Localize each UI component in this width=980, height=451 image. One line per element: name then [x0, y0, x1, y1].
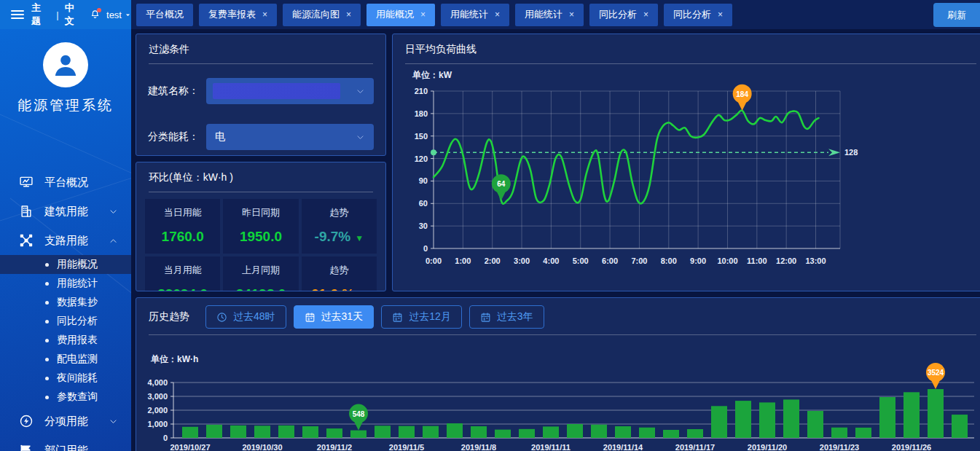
- sidebar-subitem-param-query[interactable]: 参数查询: [0, 388, 131, 407]
- bar-2019/11/13: [591, 425, 607, 438]
- tab-energy-flow[interactable]: 能源流向图×: [283, 4, 361, 26]
- theme-link[interactable]: 主题: [31, 1, 50, 28]
- history-range-button-last-48h[interactable]: 过去48时: [205, 305, 286, 329]
- bar-2019/11/28: [952, 415, 968, 438]
- bar-2019/11/23: [831, 428, 847, 438]
- user-avatar[interactable]: [43, 42, 88, 87]
- svg-text:3:00: 3:00: [514, 256, 530, 265]
- sidebar-item-platform-overview[interactable]: 平台概况: [0, 168, 131, 197]
- bullet-icon: [45, 301, 49, 305]
- refresh-button[interactable]: 刷新: [933, 3, 980, 27]
- tab-close-icon[interactable]: ×: [718, 10, 723, 19]
- tab-label: 平台概况: [146, 8, 184, 21]
- svg-text:64: 64: [497, 180, 506, 188]
- sidebar-item-label: 分项用能: [44, 415, 88, 428]
- history-range-button-last-31d[interactable]: 过去31天: [294, 305, 375, 329]
- sidebar-subitem-power-monitor[interactable]: 配电监测: [0, 350, 131, 369]
- svg-text:180: 180: [415, 109, 428, 118]
- sidebar-item-label: 部门用能: [44, 444, 88, 451]
- history-range-button-last-3y[interactable]: 过去3年: [469, 305, 544, 329]
- username: test: [106, 9, 122, 20]
- tab-yoy-analysis-2[interactable]: 同比分析×: [664, 4, 732, 26]
- divider: [149, 63, 373, 64]
- sidebar-nav: 平台概况建筑用能支路用能用能概况用能统计数据集抄同比分析费用报表配电监测夜间能耗…: [0, 168, 131, 451]
- stat-cell-2: 趋势-9.7%▼: [302, 199, 377, 254]
- svg-text:2019/10/27: 2019/10/27: [170, 443, 210, 451]
- load-curve-title: 日平均负荷曲线: [393, 34, 980, 63]
- bar-2019/11/25: [879, 397, 895, 438]
- bullet-icon: [45, 377, 49, 380]
- stat-label: 趋势: [302, 206, 377, 219]
- history-title: 历史趋势: [149, 310, 189, 323]
- sidebar-item-subitem-energy[interactable]: 分项用能: [0, 407, 131, 436]
- svg-text:4:00: 4:00: [543, 256, 559, 265]
- stat-value: 39094.0: [145, 286, 220, 291]
- tab-energy-stats-1[interactable]: 用能统计×: [441, 4, 509, 26]
- tab-energy-stats-2[interactable]: 用能统计×: [515, 4, 584, 26]
- tab-close-icon[interactable]: ×: [569, 10, 574, 19]
- history-panel: 历史趋势 过去48时过去31天过去12月过去3年 单位：kW·h 01,0002…: [136, 297, 980, 451]
- sidebar-item-department-energy[interactable]: 部门用能: [0, 436, 131, 451]
- svg-text:9:00: 9:00: [690, 256, 706, 265]
- tab-close-icon[interactable]: ×: [262, 10, 267, 19]
- tab-close-icon[interactable]: ×: [495, 10, 500, 19]
- history-range-button-last-12m[interactable]: 过去12月: [381, 305, 462, 329]
- history-header: 历史趋势 过去48时过去31天过去12月过去3年: [136, 298, 980, 334]
- bar-2019/11/15: [639, 428, 655, 438]
- min-marker: 64: [492, 174, 511, 200]
- svg-text:1,000: 1,000: [147, 420, 168, 428]
- svg-text:1:00: 1:00: [455, 256, 471, 265]
- notification-bell-icon[interactable]: [90, 9, 101, 20]
- stat-value: 61.6 %▲: [302, 286, 377, 291]
- history-range-label: 过去48时: [233, 310, 275, 323]
- stat-value: 1950.0: [223, 229, 298, 245]
- language-link[interactable]: 中文: [65, 1, 84, 28]
- sidebar-subitem-cost-report[interactable]: 费用报表: [0, 331, 131, 350]
- tab-close-icon[interactable]: ×: [643, 10, 648, 19]
- tab-yoy-analysis-1[interactable]: 同比分析×: [589, 4, 658, 26]
- bar-2019/11/1: [302, 426, 318, 438]
- monitor-icon: [19, 175, 34, 189]
- sidebar-subitem-night-energy[interactable]: 夜间能耗: [0, 369, 131, 388]
- svg-text:30: 30: [419, 221, 428, 230]
- sidebar-item-building-energy[interactable]: 建筑用能: [0, 197, 131, 226]
- svg-text:5:00: 5:00: [573, 256, 589, 265]
- svg-text:2:00: 2:00: [485, 256, 501, 265]
- sidebar-subitem-energy-stats[interactable]: 用能统计: [0, 274, 131, 293]
- top-brand-zone: 主题 | 中文 test: [0, 0, 131, 29]
- sidebar-subitem-label: 夜间能耗: [57, 372, 98, 385]
- bolt-circle-icon: [19, 414, 34, 428]
- tab-label: 复费率报表: [208, 8, 256, 21]
- hamburger-menu-icon[interactable]: [9, 7, 26, 23]
- ratio-panel-title: 环比(单位：kW·h ): [136, 162, 385, 192]
- sidebar-item-branch-energy[interactable]: 支路用能: [0, 226, 131, 255]
- energy-category-select[interactable]: 电: [206, 124, 374, 150]
- sidebar-subitem-yoy-analysis[interactable]: 同比分析: [0, 312, 131, 331]
- filter-panel-title: 过滤条件: [136, 34, 385, 63]
- stat-label: 当日用能: [145, 206, 220, 219]
- svg-text:13:00: 13:00: [805, 256, 826, 265]
- bar-2019/11/21: [783, 399, 799, 438]
- tab-tariff-report[interactable]: 复费率报表×: [199, 4, 277, 26]
- building-name-select[interactable]: [206, 78, 374, 104]
- ratio-panel: 环比(单位：kW·h ) 当日用能1760.0昨日同期1950.0趋势-9.7%…: [136, 162, 386, 291]
- tab-platform-overview[interactable]: 平台概况: [136, 4, 193, 26]
- user-menu[interactable]: test: [106, 9, 131, 20]
- chevron-down-icon: [356, 133, 365, 142]
- tab-close-icon[interactable]: ×: [346, 10, 351, 19]
- bar-2019/11/10: [519, 429, 535, 438]
- sidebar-subitem-label: 用能统计: [57, 277, 98, 290]
- bar-2019/11/17: [687, 429, 703, 438]
- tab-energy-overview[interactable]: 用能概况×: [366, 4, 435, 26]
- sidebar-subitem-data-collection[interactable]: 数据集抄: [0, 293, 131, 312]
- sidebar-subitem-label: 数据集抄: [57, 296, 98, 309]
- caret-down-icon: [125, 12, 131, 18]
- tab-close-icon[interactable]: ×: [420, 10, 426, 19]
- stat-value: -9.7%▼: [302, 229, 377, 245]
- svg-text:210: 210: [415, 87, 428, 95]
- svg-text:120: 120: [415, 154, 428, 163]
- branch-icon: [19, 233, 34, 248]
- trend-up-icon: ▲: [358, 291, 367, 291]
- brand-separator: |: [56, 9, 58, 20]
- sidebar-subitem-energy-overview[interactable]: 用能概况: [0, 255, 131, 274]
